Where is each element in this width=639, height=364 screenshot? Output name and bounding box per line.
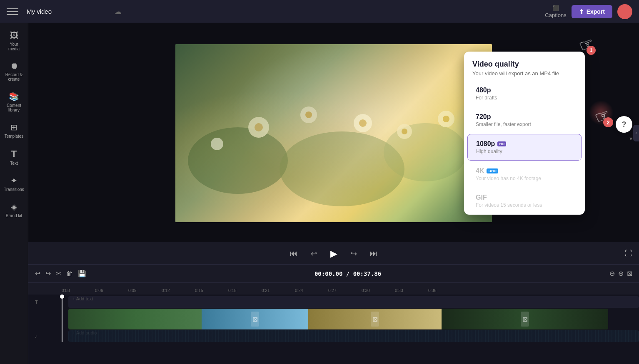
delete-button[interactable]: 🗑 [66, 270, 73, 277]
quality-name-480p: 480p [476, 87, 573, 94]
segment-handle-4[interactable]: ⊠ [521, 312, 529, 327]
cursor-badge-1: 1 [587, 46, 596, 55]
uhd-badge: UHD [487, 168, 498, 173]
sidebar-item-brand-kit[interactable]: ◈ Brand kit [1, 198, 27, 222]
quality-name-1080p: 1080p HD [476, 140, 573, 148]
sidebar-item-your-media[interactable]: 🖼 Your media [1, 27, 27, 55]
text-track-icon: T [35, 300, 38, 305]
forward-5s-button[interactable]: ↪ [347, 247, 360, 260]
cursor-badge-2: 2 [603, 117, 613, 127]
audio-strip[interactable] [68, 330, 639, 342]
cut-button[interactable]: ✂ [56, 270, 61, 277]
svg-point-8 [359, 119, 367, 127]
segment-handle-3[interactable]: ⊠ [371, 312, 379, 327]
quality-option-4k[interactable]: 4K UHD Your video has no 4K footage [467, 161, 582, 187]
sidebar-item-templates[interactable]: ⊞ Templates [1, 118, 27, 143]
text-icon: T [11, 149, 17, 159]
ruler-tick-003: 0:03 [62, 288, 70, 293]
preview-area: Video quality Your video will export as … [28, 23, 639, 243]
quality-label-720p: 720p [476, 113, 491, 121]
add-text-button[interactable]: + Add text [68, 296, 639, 301]
sidebar: 🖼 Your media ⏺ Record & create 📚 Content… [0, 23, 28, 364]
quality-popup-title: Video quality [472, 60, 577, 69]
project-title-input[interactable] [23, 6, 109, 17]
quality-option-720p[interactable]: 720p Smaller file, faster export [467, 107, 582, 133]
your-media-icon: 🖼 [10, 31, 18, 40]
menu-button[interactable] [7, 6, 18, 17]
sidebar-item-label-templates: Templates [5, 134, 24, 139]
segment-handle-2[interactable]: ⊠ [251, 312, 259, 327]
audio-track-icon: ♪ [35, 334, 37, 339]
ruler-tick-027: 0:27 [328, 288, 336, 293]
quality-label-480p: 480p [476, 87, 491, 94]
text-track-row: T + Add text [35, 296, 639, 308]
video-content-svg [175, 44, 492, 222]
ruler-tick-009: 0:09 [128, 288, 136, 293]
save-snapshot-button[interactable]: 💾 [78, 270, 86, 277]
timeline: 0:03 0:06 0:09 0:12 0:15 0:18 0:21 0:24 … [28, 283, 639, 364]
captions-button[interactable]: ⬛ Captions [545, 5, 566, 18]
fit-to-timeline-button[interactable]: ⊠ [627, 270, 632, 277]
hd-badge: HD [497, 141, 506, 146]
sidebar-item-label-content-library: Content library [5, 103, 24, 112]
ruler-tick-024: 0:24 [295, 288, 303, 293]
expand-panel-tab[interactable]: ‹ [633, 125, 639, 141]
undo-button[interactable]: ↩ [35, 270, 40, 277]
play-button[interactable]: ▶ [327, 247, 340, 260]
quality-name-gif: GIF [476, 194, 573, 201]
playhead[interactable] [62, 295, 62, 342]
ruler-tick-012: 0:12 [162, 288, 170, 293]
audio-track-content: + Add audio [68, 330, 639, 342]
quality-option-1080p[interactable]: 1080p HD High quality [467, 134, 582, 161]
cloud-save-icon: ☁ [114, 7, 122, 16]
quality-popup: Video quality Your video will export as … [464, 52, 585, 215]
zoom-in-button[interactable]: ⊕ [618, 270, 624, 277]
quality-name-720p: 720p [476, 113, 573, 121]
content-area: Video quality Your video will export as … [28, 23, 639, 364]
timeline-panel: ↩ ↪ ✂ 🗑 💾 00:00.00 / 00:37.86 ⊖ ⊕ ⊠ 0:03… [28, 264, 639, 364]
video-segment-3[interactable]: ⊠ [308, 309, 442, 329]
help-button[interactable]: ? [616, 116, 632, 133]
cursor-hand-2: ☞ [592, 104, 613, 128]
ruler-tick-021: 0:21 [262, 288, 270, 293]
quality-option-gif[interactable]: GIF For videos 15 seconds or less [467, 188, 582, 214]
svg-point-0 [188, 127, 288, 194]
content-library-icon: 📚 [9, 92, 19, 102]
timeline-ruler: 0:03 0:06 0:09 0:12 0:15 0:18 0:21 0:24 … [28, 283, 639, 295]
topbar-left: ☁ [7, 6, 545, 17]
avatar[interactable] [617, 4, 632, 19]
dropdown-chevron[interactable]: ▾ [629, 135, 632, 142]
sidebar-item-transitions[interactable]: ✦ Transitions [1, 171, 27, 196]
skip-to-start-button[interactable]: ⏮ [287, 247, 300, 260]
video-segment-2[interactable]: ⊠ [202, 309, 308, 329]
tracks-container: T + Add text ⊠ [28, 295, 639, 342]
export-label: Export [587, 8, 605, 15]
quality-header: Video quality Your video will export as … [464, 52, 585, 80]
quality-desc-720p: Smaller file, faster export [476, 121, 573, 127]
ruler-tick-036: 0:36 [428, 288, 436, 293]
cursor-annotation-2: ☞ 2 [595, 106, 610, 126]
video-segment-1[interactable] [68, 309, 202, 329]
video-track-content[interactable]: ⊠ ⊠ ⊠ [68, 309, 639, 329]
redo-button[interactable]: ↪ [45, 270, 51, 277]
svg-point-1 [280, 131, 404, 206]
video-segment-4[interactable]: ⊠ [442, 309, 608, 329]
playhead-handle[interactable] [60, 295, 64, 299]
video-track-row: ⊠ ⊠ ⊠ [35, 309, 639, 329]
sidebar-item-record-create[interactable]: ⏺ Record & create [1, 57, 27, 86]
zoom-out-button[interactable]: ⊖ [609, 270, 615, 277]
sidebar-item-content-library[interactable]: 📚 Content library [1, 87, 27, 116]
export-button[interactable]: ⬆ Export [572, 5, 612, 18]
record-create-icon: ⏺ [10, 61, 18, 71]
transitions-icon: ✦ [10, 176, 17, 186]
sidebar-item-label-record-create: Record & create [5, 72, 24, 82]
svg-point-4 [255, 123, 263, 131]
skip-to-end-button[interactable]: ⏭ [367, 247, 380, 260]
fullscreen-button[interactable]: ⛶ [625, 249, 632, 258]
quality-option-480p[interactable]: 480p For drafts [467, 81, 582, 106]
quality-label-gif: GIF [476, 194, 487, 201]
sidebar-item-text[interactable]: T Text [1, 144, 27, 170]
quality-label-4k: 4K [476, 167, 484, 175]
quality-label-1080p: 1080p [476, 140, 495, 148]
rewind-5s-button[interactable]: ↩ [307, 247, 320, 260]
